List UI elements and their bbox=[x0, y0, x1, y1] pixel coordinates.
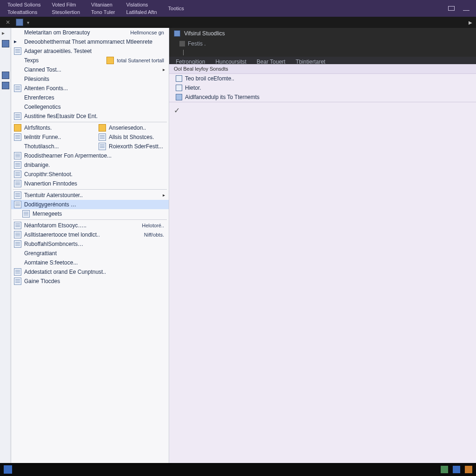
select-icon bbox=[14, 57, 21, 64]
chevron-right-icon: ▸ bbox=[159, 67, 169, 72]
menu-item-label: Aorntaine S:feetoce... bbox=[24, 259, 169, 266]
menu-item[interactable]: Adager atraoeitiles. Testeet bbox=[11, 46, 169, 56]
menu-item[interactable]: Aslltistaerertooce tmel londlct..Niff/ob… bbox=[11, 230, 169, 239]
menu-separator bbox=[13, 189, 167, 190]
activity-icon-2[interactable] bbox=[2, 72, 9, 79]
menu-item-shortcut: total Sutaneret tortall bbox=[117, 58, 169, 63]
file-icon bbox=[14, 201, 21, 208]
none-icon bbox=[14, 143, 21, 150]
menu-item[interactable]: VitaniaenTono Tuler bbox=[86, 0, 120, 17]
menu-item[interactable]: Voted FilmStesoliertion bbox=[46, 0, 86, 17]
menu-item-label: Aslltistaerertooce tmel londlct.. bbox=[24, 231, 144, 238]
document-title: Vifsirul Stuodlics bbox=[184, 30, 225, 37]
menu-item[interactable]: Mernegeets bbox=[11, 209, 169, 218]
menu-item[interactable]: Tootics bbox=[163, 0, 190, 17]
menu-label-bottom: Tono Tuler bbox=[91, 8, 115, 16]
menu-item[interactable]: Ehrenferces bbox=[11, 93, 169, 102]
menu-item[interactable]: Tooled SolionsToleattatlions bbox=[2, 0, 46, 17]
dropdown-icon[interactable]: ▾ bbox=[27, 20, 29, 25]
menu-item[interactable]: Curopithr:Shentoot. bbox=[11, 170, 169, 179]
file-icon bbox=[14, 152, 21, 159]
none-icon bbox=[14, 66, 21, 73]
menu-label-top: Tooled Solions bbox=[7, 1, 41, 8]
tray-icon-2[interactable] bbox=[453, 466, 460, 473]
file-icon bbox=[22, 210, 30, 218]
menu-item[interactable]: Coellegenotics bbox=[11, 102, 169, 112]
menu-item[interactable]: Addestatict orand Ee Cunptnust.. bbox=[11, 267, 169, 277]
menu-item-label: Roiexorth SderFestt... bbox=[109, 143, 169, 150]
result-row[interactable]: Teo broil ceEfomte.. bbox=[169, 74, 476, 83]
menu-item-label: Coellegenotics bbox=[24, 104, 169, 110]
menu-item-label: Roodisthearner Fon Arpermentoe... bbox=[24, 152, 169, 159]
file-icon bbox=[14, 240, 21, 248]
file-icon bbox=[99, 143, 106, 150]
menu-separator bbox=[13, 219, 167, 220]
taskbar-app-icon[interactable] bbox=[4, 465, 12, 474]
editor-pane: Vifsirul Stuodlics Festis . Fetronqition… bbox=[169, 28, 476, 463]
folder-icon bbox=[14, 124, 21, 132]
file-icon bbox=[14, 85, 21, 92]
menu-item[interactable]: Thotutilasch...Roiexorth SderFestt... bbox=[11, 142, 169, 151]
file-icon bbox=[14, 180, 21, 187]
document-subtitle: Festis . bbox=[188, 40, 206, 47]
menu-item-label: Mernegeets bbox=[33, 211, 169, 217]
menu-item[interactable]: Tsentuitr Aaterstounter..▸ bbox=[11, 191, 169, 200]
menu-item[interactable]: Altenten Foonts... bbox=[11, 84, 169, 93]
restore-icon[interactable] bbox=[448, 6, 455, 11]
menu-item[interactable]: RuboffahlSombncerts… bbox=[11, 239, 169, 249]
menu-item[interactable]: dnibanige. bbox=[11, 160, 169, 170]
menu-item[interactable]: Néanfotarom Etsooyc…..Helotoré.. bbox=[11, 221, 169, 230]
result-label: Aidlfancedulp its To Tternemts bbox=[185, 94, 259, 100]
tray-icon-1[interactable] bbox=[441, 466, 448, 473]
menu-item-label: Adager atraoeitiles. Testeet bbox=[24, 48, 169, 54]
menu-label-top: Vislations bbox=[126, 1, 157, 8]
menu-item[interactable]: Grengrattiant bbox=[11, 249, 169, 258]
taskbar bbox=[0, 463, 476, 476]
nav-back-icon[interactable]: ▸ bbox=[2, 30, 9, 37]
menu-item[interactable]: teilntitr Funne..Allsis bt Shostces. bbox=[11, 132, 169, 142]
folder-icon bbox=[106, 57, 114, 64]
editor-body: Ool Beal leyfoy Sonsdts Teo broil ceEfom… bbox=[169, 64, 476, 463]
minimize-icon[interactable] bbox=[463, 10, 469, 11]
menu-item[interactable]: Meletaritan om BroerautoyHellmoncse gn bbox=[11, 28, 169, 37]
menu-item[interactable]: Cianned Tost...▸ bbox=[11, 65, 169, 74]
menu-item[interactable]: Austitine flesEtuasitr Dce Ent. bbox=[11, 112, 169, 121]
document-header: Vifsirul Stuodlics Festis . Fetronqition… bbox=[169, 28, 476, 64]
system-tray bbox=[441, 466, 472, 473]
menu-item[interactable]: Roodisthearner Fon Arpermentoe... bbox=[11, 151, 169, 160]
document-icon[interactable] bbox=[16, 19, 23, 26]
cursor-icon bbox=[183, 50, 184, 55]
menu-item[interactable]: Texpstotal Sutaneret tortall bbox=[11, 56, 169, 65]
result-row[interactable]: Hietor. bbox=[169, 83, 476, 93]
none-icon bbox=[14, 103, 21, 111]
activity-bar: ▸ bbox=[0, 28, 11, 463]
result-row[interactable]: Aidlfancedulp its To Tternemts bbox=[169, 93, 476, 102]
file-icon bbox=[14, 47, 21, 55]
menu-item[interactable]: Gaine Tlocdes bbox=[11, 277, 169, 286]
play-icon[interactable]: ▶ bbox=[469, 20, 472, 25]
folder-icon bbox=[99, 124, 106, 132]
menu-item[interactable]: Alrfsfitonts.Anseriesedon.. bbox=[11, 123, 169, 132]
menubar: Tooled SolionsToleattatlionsVoted FilmSt… bbox=[0, 0, 476, 17]
menu-item[interactable]: VislationsLatlifaled Aftn bbox=[120, 0, 162, 17]
file-icon bbox=[176, 94, 182, 100]
menu-item[interactable]: Pilesionits bbox=[11, 74, 169, 84]
file-icon bbox=[99, 133, 106, 141]
activity-icon-1[interactable] bbox=[2, 40, 9, 47]
file-icon bbox=[14, 192, 21, 199]
menu-item-label: Ehrenferces bbox=[24, 94, 169, 101]
tray-icon-3[interactable] bbox=[465, 466, 472, 473]
menu-item-label: Thotutilasch... bbox=[24, 143, 99, 150]
menu-item-label: Texps bbox=[24, 57, 106, 64]
menu-item-label: RuboffahlSombncerts… bbox=[24, 241, 169, 247]
menu-item[interactable]: Nvanertion Finntodes bbox=[11, 179, 169, 188]
file-icon bbox=[14, 268, 21, 276]
activity-icon-3[interactable] bbox=[2, 82, 9, 89]
menu-item[interactable]: ▸Deeoobhetthermat Thset ammomramect Mtle… bbox=[11, 37, 169, 46]
menu-item[interactable]: Aorntaine S:feetoce... bbox=[11, 258, 169, 267]
menu-item[interactable]: Doditigygerénonts … bbox=[11, 200, 169, 209]
menu-item-label: dnibanige. bbox=[24, 162, 169, 168]
result-label: Hietor. bbox=[185, 85, 201, 91]
close-tab-icon[interactable]: ✕ bbox=[4, 19, 12, 26]
check-icon: ✓ bbox=[169, 102, 476, 119]
